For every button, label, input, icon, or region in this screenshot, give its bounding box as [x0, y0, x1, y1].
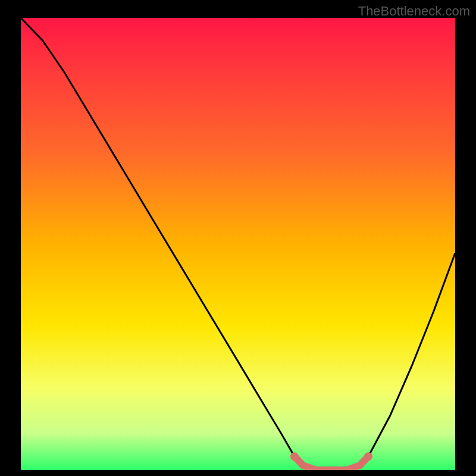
optimal-start-dot [290, 452, 299, 461]
gradient-rect [21, 18, 455, 470]
optimal-end-dot [364, 452, 372, 461]
chart-area [21, 18, 455, 470]
chart-svg [21, 18, 455, 470]
watermark-text: TheBottleneck.com [358, 4, 470, 19]
